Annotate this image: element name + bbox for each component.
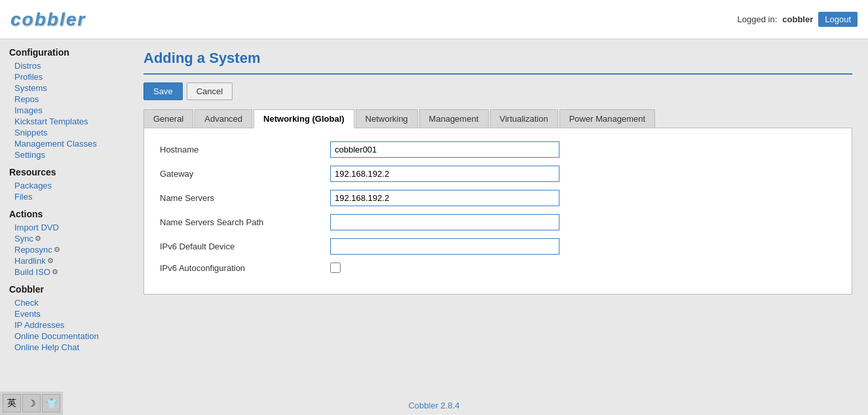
name-servers-search-path-row: Name Servers Search Path bbox=[160, 214, 836, 230]
sidebar-item-build-iso[interactable]: Build ISO ⚙ bbox=[9, 266, 119, 278]
sidebar-item-repos[interactable]: Repos bbox=[9, 94, 119, 105]
bottom-icons: 英 ☽ 👕 bbox=[0, 391, 63, 415]
ipv6-autoconfiguration-checkbox[interactable] bbox=[330, 262, 341, 273]
name-servers-row: Name Servers bbox=[160, 190, 836, 206]
ipv6-default-device-input[interactable] bbox=[330, 238, 559, 255]
bottom-icon-moon[interactable]: ☽ bbox=[22, 394, 41, 412]
gateway-label: Gateway bbox=[160, 169, 330, 179]
resources-section-title: Resources bbox=[9, 167, 119, 177]
sidebar-item-images[interactable]: Images bbox=[9, 105, 119, 116]
sidebar-item-sync[interactable]: Sync ⚙ bbox=[9, 233, 119, 244]
tabs: General Advanced Networking (Global) Net… bbox=[143, 109, 852, 128]
sidebar: Configuration Distros Profiles Systems R… bbox=[0, 39, 128, 395]
page-title: Adding a System bbox=[143, 50, 852, 67]
ipv6-default-device-row: IPv6 Default Device bbox=[160, 238, 836, 255]
save-button[interactable]: Save bbox=[143, 82, 183, 100]
logged-in-user: cobbler bbox=[782, 14, 813, 24]
sidebar-item-settings[interactable]: Settings bbox=[9, 149, 119, 160]
title-divider bbox=[143, 73, 852, 75]
cobbler-section-title: Cobbler bbox=[9, 284, 119, 295]
ipv6-autoconfiguration-row: IPv6 Autoconfiguration bbox=[160, 262, 836, 273]
sync-gear-icon: ⚙ bbox=[35, 234, 41, 243]
main-content: Adding a System Save Cancel General Adva… bbox=[128, 39, 868, 395]
tab-virtualization[interactable]: Virtualization bbox=[490, 109, 558, 128]
header-right: Logged in: cobbler Logout bbox=[738, 12, 858, 27]
sidebar-item-reposync[interactable]: Reposync ⚙ bbox=[9, 244, 119, 255]
sidebar-item-files[interactable]: Files bbox=[9, 191, 119, 202]
hostname-row: Hostname bbox=[160, 141, 836, 158]
actions-section-title: Actions bbox=[9, 209, 119, 219]
name-servers-input[interactable] bbox=[330, 190, 559, 206]
tab-management[interactable]: Management bbox=[419, 109, 489, 128]
gateway-input[interactable] bbox=[330, 166, 559, 182]
gateway-row: Gateway bbox=[160, 166, 836, 182]
sidebar-item-packages[interactable]: Packages bbox=[9, 180, 119, 191]
tab-networking[interactable]: Networking bbox=[356, 109, 418, 128]
sidebar-item-events[interactable]: Events bbox=[9, 308, 119, 319]
sidebar-item-management-classes[interactable]: Management Classes bbox=[9, 138, 119, 149]
sidebar-item-distros[interactable]: Distros bbox=[9, 60, 119, 71]
sidebar-item-import-dvd[interactable]: Import DVD bbox=[9, 222, 119, 233]
logo: cobbler bbox=[10, 9, 86, 30]
logged-in-label: Logged in: bbox=[738, 14, 778, 24]
hostname-label: Hostname bbox=[160, 145, 330, 154]
action-buttons: Save Cancel bbox=[143, 82, 852, 100]
bottom-icon-lang[interactable]: 英 bbox=[3, 394, 21, 412]
bottom-icon-shirt[interactable]: 👕 bbox=[42, 394, 60, 412]
tab-networking-global[interactable]: Networking (Global) bbox=[254, 109, 354, 128]
sidebar-item-snippets[interactable]: Snippets bbox=[9, 127, 119, 138]
form-container: Hostname Gateway Name Servers Name Serve… bbox=[143, 128, 852, 295]
configuration-section-title: Configuration bbox=[9, 47, 119, 58]
reposync-gear-icon: ⚙ bbox=[54, 245, 60, 254]
sidebar-item-hardlink[interactable]: Hardlink ⚙ bbox=[9, 255, 119, 266]
tab-advanced[interactable]: Advanced bbox=[195, 109, 252, 128]
sidebar-item-online-documentation[interactable]: Online Documentation bbox=[9, 331, 119, 342]
build-iso-gear-icon: ⚙ bbox=[52, 268, 58, 276]
sidebar-item-kickstart-templates[interactable]: Kickstart Templates bbox=[9, 116, 119, 127]
layout: Configuration Distros Profiles Systems R… bbox=[0, 39, 868, 395]
sidebar-item-systems[interactable]: Systems bbox=[9, 82, 119, 94]
name-servers-label: Name Servers bbox=[160, 193, 330, 203]
name-servers-search-path-input[interactable] bbox=[330, 214, 559, 230]
tab-power-management[interactable]: Power Management bbox=[559, 109, 655, 128]
name-servers-search-path-label: Name Servers Search Path bbox=[160, 217, 330, 227]
hostname-input[interactable] bbox=[330, 141, 559, 158]
tab-general[interactable]: General bbox=[143, 109, 193, 128]
sidebar-item-ip-addresses[interactable]: IP Addresses bbox=[9, 319, 119, 331]
logout-button[interactable]: Logout bbox=[818, 12, 858, 27]
version-text: Cobbler 2.8.4 bbox=[408, 401, 459, 410]
sidebar-item-profiles[interactable]: Profiles bbox=[9, 71, 119, 82]
cancel-button[interactable]: Cancel bbox=[187, 82, 233, 100]
sidebar-item-check[interactable]: Check bbox=[9, 297, 119, 308]
ipv6-autoconfiguration-label: IPv6 Autoconfiguration bbox=[160, 263, 330, 273]
footer: Cobbler 2.8.4 bbox=[0, 395, 868, 415]
sidebar-item-online-help-chat[interactable]: Online Help Chat bbox=[9, 342, 119, 353]
hardlink-gear-icon: ⚙ bbox=[47, 257, 54, 265]
header: cobbler Logged in: cobbler Logout bbox=[0, 0, 868, 39]
ipv6-default-device-label: IPv6 Default Device bbox=[160, 242, 330, 251]
